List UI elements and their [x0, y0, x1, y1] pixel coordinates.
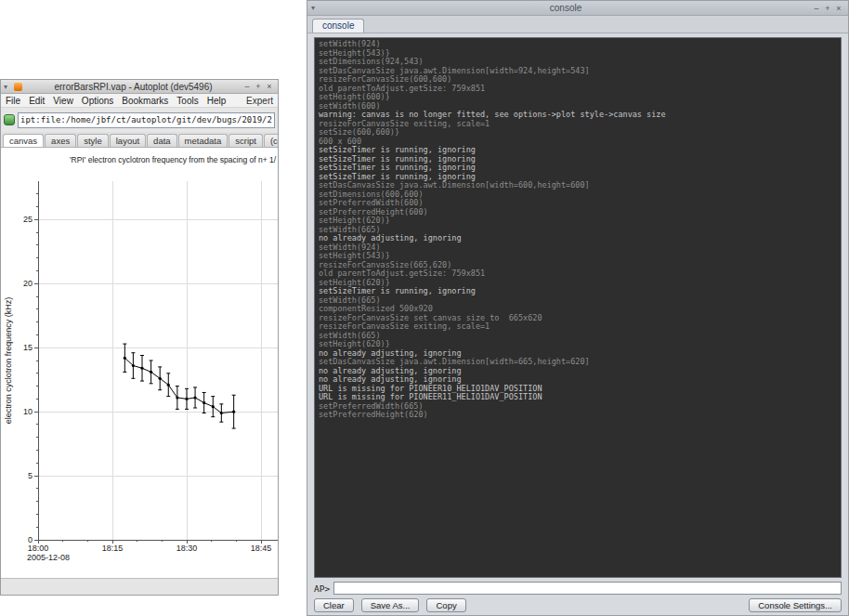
expert-toggle[interactable]: Expert — [246, 96, 273, 106]
data-point — [193, 396, 196, 399]
log-line: setSize(600,600)} — [319, 128, 837, 138]
console-window-title: console — [320, 3, 811, 13]
axes — [34, 181, 278, 544]
console-tabbar: console — [307, 16, 848, 33]
y-axis-label: electron cyclotron frequency (kHz) — [4, 297, 13, 425]
status-bar — [1, 578, 278, 595]
data-point — [132, 364, 135, 367]
plot-panel: 051015202518:0018:1518:3018:452005-12-08… — [1, 148, 278, 578]
menu-edit[interactable]: Edit — [29, 96, 45, 106]
plot-canvas[interactable]: 051015202518:0018:1518:3018:452005-12-08… — [1, 148, 278, 578]
console-settings-button[interactable]: Console Settings... — [749, 598, 842, 612]
log-line: setSizeTimer is running, ignoring — [319, 287, 837, 296]
log-line: setPreferredHeight(600) — [319, 208, 837, 217]
console-button-row: ClearSave As...Copy Console Settings... — [314, 597, 842, 612]
editor-tabs: canvasaxesstylelayoutdatametadatascript(… — [1, 132, 278, 148]
tab-metadata[interactable]: metadata — [178, 134, 229, 147]
copy-button[interactable]: Copy — [426, 598, 465, 612]
data-point — [185, 398, 188, 400]
data-point — [176, 396, 178, 399]
log-line: setWidth(924) — [319, 243, 837, 253]
menu-view[interactable]: View — [53, 96, 73, 106]
data-point — [212, 405, 215, 408]
menu-bar: FileEditViewOptionsBookmarksToolsHelp Ex… — [1, 94, 278, 108]
log-line: setWidth(665) — [319, 332, 837, 341]
log-line: setHeight(620)} — [319, 216, 837, 226]
autoplot-titlebar[interactable]: ▾ errorBarsRPI.vap - Autoplot (dev5496) … — [1, 80, 278, 94]
save-as-button[interactable]: Save As... — [361, 598, 420, 612]
data-point — [140, 367, 143, 370]
svg-text:18:00: 18:00 — [28, 544, 49, 553]
console-prompt-label: AP> — [314, 583, 330, 594]
console-window: ▾ console – + × console setWidth(924)set… — [307, 0, 849, 616]
menu-items: FileEditViewOptionsBookmarksToolsHelp — [6, 96, 234, 106]
svg-text:5: 5 — [28, 471, 33, 480]
datasource-type-icon — [4, 114, 15, 125]
axis-tick-labels: 051015202518:0018:1518:3018:452005-12-08 — [23, 215, 271, 562]
maximize-icon[interactable]: + — [822, 4, 833, 13]
tab-data[interactable]: data — [147, 134, 177, 147]
data-point — [220, 412, 223, 414]
log-line: resizeForCanvasSize exiting, scale=1 — [319, 322, 837, 332]
log-line: setWidth(924) — [319, 40, 837, 49]
close-icon[interactable]: × — [833, 4, 844, 13]
console-prompt-input[interactable] — [333, 582, 842, 595]
data-line — [124, 358, 233, 413]
maximize-icon[interactable]: + — [253, 82, 264, 91]
tab-console[interactable]: (console) — [264, 134, 278, 147]
svg-text:10: 10 — [23, 407, 33, 416]
log-line: setPreferredHeight(620) — [319, 411, 837, 420]
svg-text:18:15: 18:15 — [102, 544, 124, 553]
autoplot-window: ▾ errorBarsRPI.vap - Autoplot (dev5496) … — [0, 79, 279, 596]
tab-style[interactable]: style — [77, 134, 109, 147]
menu-bookmarks[interactable]: Bookmarks — [122, 96, 168, 106]
menu-options[interactable]: Options — [82, 96, 113, 106]
autoplot-app-icon — [14, 83, 22, 91]
minimize-icon[interactable]: – — [242, 82, 253, 91]
console-prompt-row: AP> — [314, 581, 842, 596]
tab-canvas[interactable]: canvas — [3, 134, 44, 148]
console-buttons: ClearSave As...Copy — [314, 598, 466, 612]
menu-help[interactable]: Help — [207, 96, 227, 106]
close-icon[interactable]: × — [264, 82, 275, 91]
tab-layout[interactable]: layout — [110, 134, 146, 147]
svg-text:25: 25 — [23, 215, 33, 224]
autoplot-window-title: errorBarsRPI.vap - Autoplot (dev5496) — [25, 82, 242, 92]
data-point — [159, 377, 162, 380]
data-point — [167, 384, 170, 387]
log-line: no already adjusting, ignoring — [319, 234, 837, 243]
log-line: old parentToAdjust.getSize: 759x851 — [319, 85, 837, 94]
plot-title: 'RPI' electron cyclotron frequency from … — [70, 155, 277, 164]
data-point — [202, 401, 205, 404]
svg-text:20: 20 — [23, 279, 33, 288]
console-titlebar[interactable]: ▾ console – + × — [307, 1, 848, 16]
log-line: old parentToAdjust.getSize: 759x851 — [319, 269, 837, 279]
window-menu-icon[interactable]: ▾ — [4, 83, 13, 91]
menu-tools[interactable]: Tools — [176, 96, 198, 106]
data-point — [150, 371, 152, 374]
svg-text:18:45: 18:45 — [251, 544, 272, 553]
data-point — [124, 357, 126, 360]
address-bar — [1, 108, 278, 132]
clear-button[interactable]: Clear — [314, 598, 354, 612]
log-line: setHeight(600)} — [319, 93, 837, 102]
console-output[interactable]: setWidth(924)setHeight(543)}setDimension… — [314, 37, 842, 578]
data-point — [232, 411, 235, 413]
window-menu-icon[interactable]: ▾ — [311, 4, 320, 12]
data-series — [123, 344, 235, 428]
tab-console[interactable]: console — [312, 19, 364, 33]
menu-file[interactable]: File — [6, 96, 20, 106]
grid-lines — [38, 181, 278, 540]
svg-text:18:30: 18:30 — [176, 544, 198, 553]
uri-input[interactable] — [18, 112, 275, 128]
x-axis-date-label: 2005-12-08 — [27, 553, 70, 562]
tab-script[interactable]: script — [229, 134, 263, 147]
tab-axes[interactable]: axes — [45, 134, 76, 147]
svg-text:15: 15 — [23, 343, 33, 352]
minimize-icon[interactable]: – — [811, 4, 822, 13]
